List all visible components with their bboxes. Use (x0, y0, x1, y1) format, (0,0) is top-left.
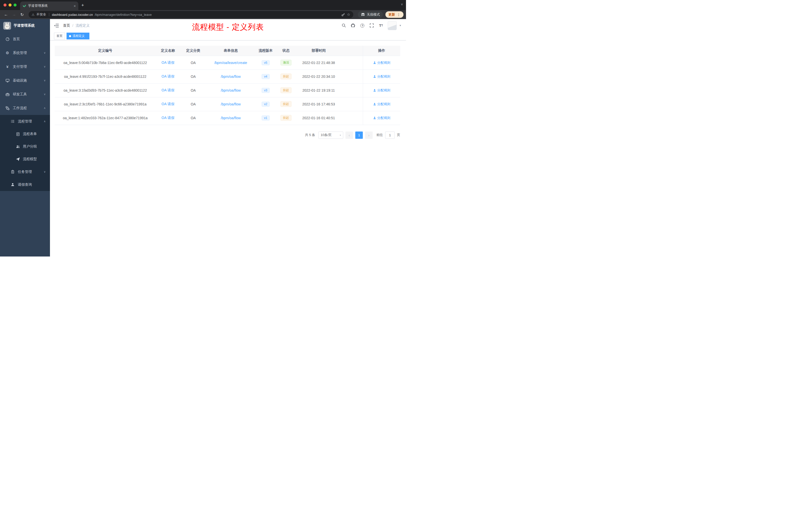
assign-rule-link[interactable]: 分配规则 (373, 88, 390, 93)
form-info-link[interactable]: /bpm/oa/leave/create (214, 61, 247, 65)
tab-title: 芋道管理系统 (28, 3, 71, 8)
definition-name-link[interactable]: OA 请假 (162, 116, 174, 120)
fullscreen-icon[interactable] (369, 23, 374, 28)
version-badge: v3 (262, 88, 270, 93)
col-definition-category: 定义分类 (180, 46, 206, 56)
window-minimize-button[interactable] (8, 3, 11, 6)
col-deploy-time: 部署时间 (296, 46, 341, 56)
bookmark-star-icon[interactable]: ☆ (347, 12, 350, 17)
paper-plane-icon (16, 157, 20, 161)
next-page-button[interactable]: › (365, 131, 373, 139)
deploy-time: 2022-01-16 01:40:51 (296, 111, 341, 125)
definition-id: oa_leave:1:482ec033-762a-11ec-8477-a2380… (55, 111, 156, 125)
assign-rule-link[interactable]: 分配规则 (373, 116, 390, 120)
sidebar-item-leave-query[interactable]: 请假查询 (0, 178, 50, 191)
incognito-icon (361, 13, 365, 16)
assign-rule-link[interactable]: 分配规则 (373, 74, 390, 79)
col-process-version: 流程版本 (255, 46, 276, 56)
avatar-caret-icon[interactable]: ▾ (400, 24, 401, 27)
chevron-up-icon: ∧ (44, 107, 46, 110)
goto-unit-label: 页 (397, 133, 400, 137)
page-size-select[interactable]: 10条/页 ▾ (318, 131, 343, 139)
users-icon (16, 145, 20, 149)
version-badge: v4 (262, 74, 270, 79)
window-maximize-button[interactable] (13, 3, 17, 6)
definition-name-link[interactable]: OA 请假 (162, 88, 174, 92)
back-button[interactable]: ← (2, 11, 9, 18)
sidebar-item-task-management[interactable]: 任务管理 ∨ (0, 165, 50, 178)
definition-id: oa_leave:5:004b710b-7b8a-11ec-8ef0-acde4… (55, 56, 156, 69)
status-badge: 挂起 (281, 73, 291, 79)
window-close-button[interactable] (3, 3, 6, 6)
sidebar-fold-icon[interactable] (54, 23, 59, 28)
sidebar-item-user-groups[interactable]: 用户分组 (0, 140, 50, 153)
sidebar-item-infrastructure[interactable]: 基础设施 ∨ (0, 73, 50, 87)
sidebar-item-process-form[interactable]: 流程表单 (0, 128, 50, 140)
chevron-down-icon: ∨ (44, 65, 46, 68)
page-number-button[interactable]: 1 (355, 131, 363, 139)
page-content: 定义编号 定义名称 定义分类 表单信息 流程版本 状态 部署时间 操作 (50, 40, 406, 256)
workflow-submenu: 流程管理 ∧ 流程表单 用户分组 流程模型 (0, 115, 50, 191)
assign-rule-link[interactable]: 分配规则 (373, 60, 390, 65)
goto-page-input[interactable] (385, 131, 395, 139)
form-info-link[interactable]: /bpm/oa/flow (221, 88, 240, 92)
help-icon[interactable]: ? (360, 23, 365, 28)
definition-name-link[interactable]: OA 请假 (162, 102, 174, 106)
sidebar-item-system[interactable]: ⚙ 系统管理 ∨ (0, 46, 50, 60)
password-key-icon[interactable] (341, 12, 345, 17)
gear-icon: ⚙ (5, 51, 9, 55)
search-icon[interactable] (341, 23, 346, 28)
window-controls (0, 0, 20, 10)
sidebar-item-payment[interactable]: ¥ 支付管理 ∨ (0, 60, 50, 73)
tab-search-caret-icon[interactable]: ∨ (401, 2, 403, 6)
dashboard-icon (5, 37, 9, 41)
sidebar-item-workflow[interactable]: 工作流程 ∧ (0, 101, 50, 115)
chevron-up-icon: ∧ (44, 120, 46, 123)
forward-button[interactable]: → (10, 11, 18, 18)
form-info-link[interactable]: /bpm/oa/flow (221, 102, 240, 106)
user-avatar[interactable] (388, 21, 397, 30)
status-badge: 挂起 (281, 115, 291, 121)
user-icon (373, 103, 376, 105)
definition-category: OA (180, 56, 206, 69)
user-icon (373, 75, 376, 78)
chevron-down-icon: ∨ (44, 93, 46, 96)
refresh-button[interactable]: ↻ (19, 11, 26, 18)
definition-name-link[interactable]: OA 请假 (162, 74, 174, 78)
prev-page-button[interactable]: ‹ (346, 131, 353, 139)
top-navbar: 首页 / 流程定义 流程模型 - 定义列表 ? TT (50, 19, 406, 32)
pagination-total: 共 5 条 (305, 133, 315, 137)
logo-avatar (3, 22, 11, 30)
col-definition-id: 定义编号 (55, 46, 156, 56)
url-path: /bpm/manager/definition?key=oa_leave (95, 13, 152, 17)
active-tag-dot (69, 35, 71, 37)
assign-rule-link[interactable]: 分配规则 (373, 102, 390, 107)
col-actions: 操作 (363, 46, 400, 56)
definition-category: OA (180, 111, 206, 125)
browser-tab[interactable]: 芋道管理系统 × (20, 1, 78, 10)
tag-process-definition[interactable]: 流程定义 (66, 33, 89, 39)
definition-name-link[interactable]: OA 请假 (162, 60, 174, 64)
workflow-icon (5, 106, 9, 110)
sidebar-logo: 芋道管理系统 (0, 19, 50, 32)
breadcrumb-home[interactable]: 首页 (63, 23, 70, 28)
sidebar-item-dev-tools[interactable]: 研发工具 ∨ (0, 87, 50, 101)
not-secure-warning-icon: ⚠ (32, 13, 35, 17)
tab-close-icon[interactable]: × (74, 4, 76, 8)
table-row: oa_leave:3:1fad3d93-7b75-11ec-a3c8-acde4… (55, 83, 400, 97)
user-icon (373, 117, 376, 119)
new-tab-button[interactable]: + (78, 3, 88, 10)
browser-update-button[interactable]: 更新 ⋮ (385, 11, 404, 18)
address-divider (49, 13, 49, 16)
form-info-link[interactable]: /bpm/oa/flow (221, 74, 240, 79)
sidebar-item-home[interactable]: 首页 (0, 32, 50, 46)
sidebar-item-process-management[interactable]: 流程管理 ∧ (0, 115, 50, 128)
form-info-link[interactable]: /bpm/oa/flow (221, 116, 240, 120)
github-icon[interactable] (350, 23, 355, 28)
font-size-icon[interactable]: TT (378, 23, 383, 28)
browser-menu-icon[interactable]: ⋮ (397, 12, 401, 17)
col-definition-name: 定义名称 (156, 46, 180, 56)
sidebar-item-process-model[interactable]: 流程模型 (0, 153, 50, 165)
tag-home[interactable]: 首页 (54, 33, 65, 39)
address-bar[interactable]: ⚠ 不安全 dashboard.yudao.iocoder.cn/bpm/man… (29, 11, 353, 18)
